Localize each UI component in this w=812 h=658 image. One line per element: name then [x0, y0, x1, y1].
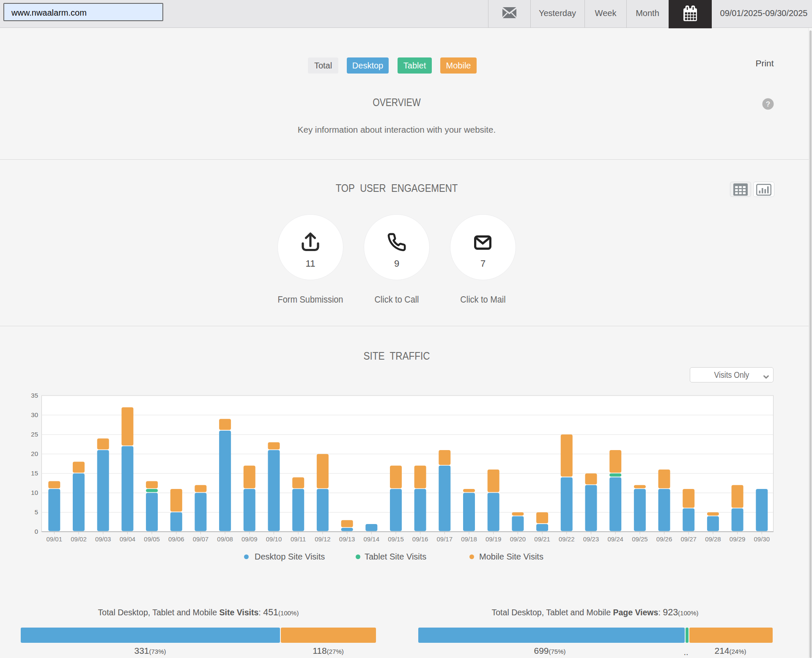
svg-text:09/28: 09/28: [705, 535, 721, 543]
svg-text:09/27: 09/27: [680, 535, 697, 543]
svg-text:25: 25: [31, 431, 38, 438]
svg-text:09/01: 09/01: [47, 535, 63, 543]
svg-text:09/16: 09/16: [412, 535, 428, 543]
svg-text:09/19: 09/19: [486, 535, 502, 543]
svg-text:09/29: 09/29: [730, 535, 746, 543]
svg-text:09/30: 09/30: [754, 535, 770, 543]
svg-text:09/12: 09/12: [315, 535, 331, 543]
svg-text:0: 0: [35, 528, 38, 535]
svg-text:09/15: 09/15: [388, 535, 404, 543]
svg-text:09/11: 09/11: [291, 535, 306, 543]
svg-text:09/25: 09/25: [632, 535, 648, 543]
svg-text:09/21: 09/21: [534, 535, 550, 543]
svg-text:5: 5: [35, 508, 38, 516]
svg-text:15: 15: [31, 470, 38, 477]
svg-text:10: 10: [31, 489, 38, 496]
svg-text:09/24: 09/24: [607, 535, 623, 543]
svg-text:20: 20: [31, 450, 38, 457]
svg-text:09/14: 09/14: [364, 535, 380, 543]
svg-text:09/23: 09/23: [583, 535, 599, 543]
svg-text:09/02: 09/02: [71, 535, 87, 543]
svg-text:09/04: 09/04: [120, 535, 136, 543]
svg-text:09/09: 09/09: [241, 535, 258, 543]
svg-text:?: ?: [766, 100, 770, 108]
svg-text:09/03: 09/03: [95, 535, 111, 543]
svg-text:09/18: 09/18: [461, 535, 477, 543]
svg-text:09/07: 09/07: [193, 535, 209, 543]
svg-text:09/06: 09/06: [168, 535, 184, 543]
svg-text:09/08: 09/08: [217, 535, 233, 543]
svg-text:09/20: 09/20: [510, 535, 526, 543]
svg-text:09/13: 09/13: [339, 535, 355, 543]
svg-text:30: 30: [31, 411, 38, 418]
svg-text:09/05: 09/05: [144, 535, 160, 543]
svg-text:09/26: 09/26: [656, 535, 672, 543]
svg-text:09/17: 09/17: [437, 535, 453, 543]
svg-text:09/10: 09/10: [266, 535, 282, 543]
svg-text:09/22: 09/22: [559, 535, 575, 543]
svg-text:35: 35: [31, 392, 38, 399]
